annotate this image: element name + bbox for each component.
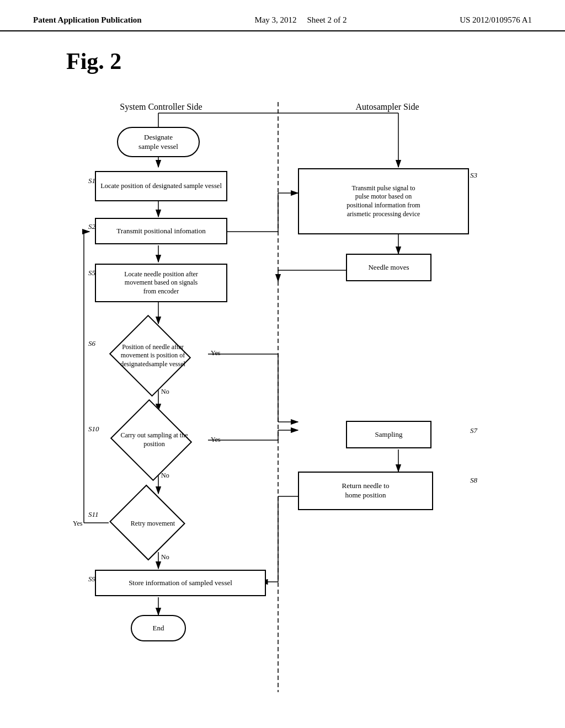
s8-label: S8 — [470, 476, 477, 485]
s11-label: S11 — [88, 510, 99, 519]
header-right: US 2012/0109576 A1 — [460, 15, 532, 25]
main-content: Fig. 2 — [0, 31, 565, 720]
s10-yes-label: Yes — [211, 436, 220, 444]
s6-label: S6 — [88, 339, 95, 348]
s10-label: S10 — [88, 425, 99, 433]
flowchart: System Controller Side Autosampler Side … — [40, 85, 525, 703]
designate-node: Designate sample vessel — [117, 127, 200, 157]
col-header-left: System Controller Side — [73, 102, 249, 112]
s11-no-label: No — [161, 553, 169, 561]
s4-node: Needle moves — [346, 254, 431, 281]
s3-label: S3 — [470, 171, 477, 180]
s10-no-label: No — [161, 472, 169, 480]
s6-no-label: No — [161, 388, 169, 396]
header-sheet: Sheet 2 of 2 — [307, 15, 347, 24]
s2-node: Transmit positional infomation — [95, 218, 227, 244]
s3-node: Transmit pulse signal to pulse motor bas… — [298, 168, 469, 234]
header-center: May 3, 2012 Sheet 2 of 2 — [254, 15, 347, 25]
s9-node: Store information of sampled vessel — [95, 570, 266, 596]
header-date: May 3, 2012 — [254, 15, 296, 24]
s1-node: Locate position of designated sample ves… — [95, 171, 227, 201]
s7-node: Sampling — [346, 421, 431, 448]
end-node: End — [131, 615, 186, 641]
fig-label: Fig. 2 — [66, 48, 532, 74]
s10-node: Carry out sampling at the position — [109, 410, 200, 470]
page-header: Patent Application Publication May 3, 20… — [0, 0, 565, 31]
s5-node: Locate needle position after movement ba… — [95, 264, 227, 302]
col-header-right: Autosampler Side — [299, 102, 476, 112]
s8-node: Return needle to home position — [298, 472, 433, 510]
s6-node: Position of needle after movement is pos… — [109, 325, 197, 386]
s6-yes-label: Yes — [211, 349, 220, 357]
s11-node: Retry movement — [109, 496, 197, 552]
s7-label: S7 — [470, 426, 477, 435]
header-left: Patent Application Publication — [33, 15, 142, 25]
s11-yes-label: Yes — [73, 520, 82, 528]
